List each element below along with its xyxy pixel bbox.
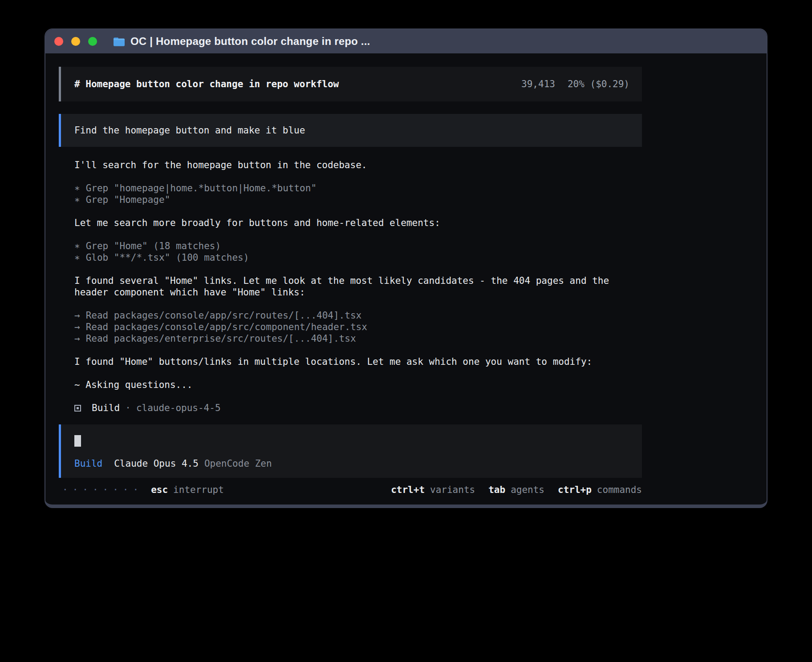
session-stats: 39,413 20% ($0.29) <box>521 79 629 89</box>
close-button[interactable] <box>54 37 63 46</box>
session-header: # Homepage button color change in repo w… <box>59 67 642 101</box>
model-status-row: Build Claude Opus 4.5 OpenCode Zen <box>74 458 629 469</box>
minimize-button[interactable] <box>71 37 80 46</box>
model-provider: OpenCode Zen <box>204 458 272 469</box>
shortcut-commands: ctrl+p commands <box>558 484 642 496</box>
tool-bullet-icon: ∗ <box>74 241 80 251</box>
tool-call: →Read packages/console/app/src/component… <box>74 321 613 333</box>
agent-icon <box>74 405 81 412</box>
tool-bullet-icon: ∗ <box>74 183 80 194</box>
status-bar: ········ esc interrupt ctrl+t variants t… <box>59 484 642 496</box>
assistant-text: I'll search for the homepage button in t… <box>74 159 613 171</box>
tool-arrow-icon: → <box>74 333 80 344</box>
tool-call: →Read packages/console/app/src/routes/[.… <box>74 310 613 321</box>
tool-call: →Read packages/enterprise/src/routes/[..… <box>74 333 613 344</box>
assistant-text: I found "Home" buttons/links in multiple… <box>74 356 613 367</box>
tool-arrow-icon: → <box>74 310 80 321</box>
text-cursor[interactable] <box>74 435 81 447</box>
esc-key: esc <box>151 484 168 496</box>
tool-bullet-icon: ∗ <box>74 252 80 263</box>
tool-bullet-icon: ∗ <box>74 194 80 205</box>
shortcut-variants: ctrl+t variants <box>391 484 475 496</box>
agent-status-row: Build · claude-opus-4-5 <box>74 402 613 414</box>
terminal-window: OC | Homepage button color change in rep… <box>45 28 767 508</box>
tool-call: ∗Glob "**/*.tsx" (100 matches) <box>74 252 613 263</box>
shortcut-agents: tab agents <box>488 484 544 496</box>
prompt-input[interactable]: Build Claude Opus 4.5 OpenCode Zen <box>59 424 642 478</box>
context-cost: 20% ($0.29) <box>568 79 629 89</box>
terminal-content: # Homepage button color change in repo w… <box>45 53 767 496</box>
agent-model: claude-opus-4-5 <box>136 402 221 414</box>
token-count: 39,413 <box>521 79 555 89</box>
agent-name: Build <box>92 402 120 414</box>
agent-separator: · <box>125 402 131 414</box>
assistant-text: Let me search more broadly for buttons a… <box>74 217 613 229</box>
folder-icon <box>113 37 125 46</box>
esc-label: interrupt <box>173 484 224 496</box>
window-titlebar[interactable]: OC | Homepage button color change in rep… <box>45 29 767 53</box>
window-title: OC | Homepage button color change in rep… <box>130 35 370 48</box>
user-message: Find the homepage button and make it blu… <box>59 114 642 147</box>
session-title: # Homepage button color change in repo w… <box>74 79 339 89</box>
zoom-button[interactable] <box>88 37 97 46</box>
status-text: ~ Asking questions... <box>74 379 613 391</box>
spinner-dots-icon: ········ <box>62 484 143 496</box>
assistant-transcript: I'll search for the homepage button in t… <box>59 159 613 414</box>
tool-call: ∗Grep "Homepage" <box>74 194 613 206</box>
model-name: Claude Opus 4.5 <box>114 458 199 469</box>
user-message-text: Find the homepage button and make it blu… <box>74 125 305 136</box>
tool-call: ∗Grep "Home" (18 matches) <box>74 240 613 252</box>
tool-call: ∗Grep "homepage|home.*button|Home.*butto… <box>74 182 613 194</box>
assistant-text: I found several "Home" links. Let me loo… <box>74 275 613 298</box>
tool-arrow-icon: → <box>74 322 80 332</box>
mode-label[interactable]: Build <box>74 458 102 469</box>
